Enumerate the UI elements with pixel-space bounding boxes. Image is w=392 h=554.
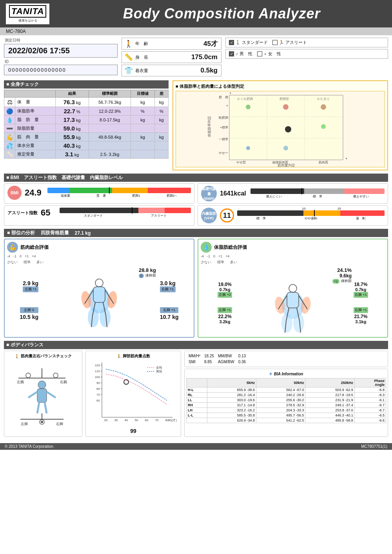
muscle-body-layout: 2.9 kg 左腕 +1 左脚 0 10.5 kg 28.8 kg — [7, 267, 191, 329]
svg-point-73 — [41, 421, 43, 423]
vfr-bar-track — [237, 210, 385, 216]
bone-result: 3.1 kg — [55, 150, 89, 159]
col-diff: 差 — [154, 90, 168, 98]
bmr-seg-3 — [344, 188, 385, 194]
mm-bw-row-2: SMI 8.85 AGM/BW 0.36 — [187, 359, 247, 364]
vfr-label-3: 過 剰 — [356, 216, 365, 221]
water-result: 40.3 kg — [55, 141, 89, 150]
zenshin-title: ■ 全身チェック — [4, 80, 169, 89]
right-leg-label: 右脚 +1 — [160, 307, 178, 313]
female-option: ♀ 女 性 — [257, 51, 281, 57]
bmr-seg-1 — [250, 188, 304, 194]
athlete-inner: アスリート指数 65 — [7, 208, 191, 218]
bia-col-seg — [187, 378, 207, 387]
fat-scale-0: 0 — [213, 254, 215, 258]
table-row: 💦 体水分量 40.3 kg — [4, 141, 169, 150]
fat-scale-plus1: +1 — [218, 254, 222, 258]
fat-trunk-rating: +1 — [332, 279, 339, 284]
skeletal-label: 四肢骨格筋量 — [41, 230, 69, 236]
bmi-seg-2 — [69, 188, 112, 193]
athlete-bar-area: スタンダード アスリート — [60, 208, 191, 218]
bmi-marker — [109, 187, 110, 194]
info-block-right: ✓ 🚶 スタンダード 🏃 アスリート ✓ ♂ 男 性 ♀ — [225, 38, 388, 78]
fat-eval-icon: 💧 — [201, 242, 212, 253]
male-checkbox[interactable]: ✓ — [229, 51, 234, 56]
fat-pct-target: % — [131, 107, 155, 116]
svg-text:110: 110 — [95, 369, 100, 373]
svg-text:肥満型: 肥満型 — [279, 97, 289, 101]
bia-area: MM/H² 18.25 MM/BW 0.13 SMI 8.85 AGM/BW 0… — [184, 351, 388, 437]
bone-diff — [154, 150, 168, 159]
svg-text:60: 60 — [96, 399, 100, 402]
standard-checkbox[interactable]: ✓ — [229, 40, 234, 45]
athlete-seg-1 — [60, 208, 138, 213]
skeletal-value: 27.1 kg — [75, 230, 91, 236]
lean-icon: ➖ — [4, 124, 15, 133]
muscle-range: 49.8-58.4kg — [89, 133, 131, 141]
fat-trunk-kg: 9.6kg — [232, 273, 354, 279]
fat-pct-diff: % — [154, 107, 168, 116]
body-type-section: ■ 体脂肪率と筋肉量による体型判定 — [172, 80, 388, 170]
athlete-checkbox[interactable] — [272, 40, 278, 45]
female-icon: ♀ — [263, 52, 267, 56]
table-row: 🦴 推定骨量 3.1 kg 2.5- 3.2kg — [4, 150, 169, 159]
bone-name: 推定骨量 — [15, 150, 56, 159]
svg-text:70: 70 — [96, 393, 100, 396]
body-type-svg: 体脂肪率判定 筋肉量判定 肥 満 + 軽肥満 +標準 一標準 やせー やせ型 細… — [176, 91, 385, 167]
svg-text:80: 80 — [96, 387, 100, 391]
muscle-right-leg: 右脚 +1 10.7 kg — [160, 307, 178, 320]
muscle-scale-mid: 標準 — [24, 260, 31, 265]
fat-mass-target: kg — [131, 116, 155, 124]
bia-seg-lh: LH — [187, 408, 207, 413]
parts-two-col: 💪 筋肉総合評価 -4 -1 0 +1 +4 少ない 標準 多い — [4, 239, 388, 338]
bia-extra-5: 626.9 -34.8 — [207, 418, 256, 423]
muscle-icon: 💪 — [4, 133, 15, 141]
scale-neg4: -4 — [7, 254, 10, 258]
svg-point-25 — [321, 104, 326, 110]
table-row: 💪 筋 肉 量 55.9 kg 49.8-58.4kg kg kg — [4, 133, 169, 141]
athlete-icon: 🏃 — [279, 40, 284, 45]
water-name: 体水分量 — [15, 141, 56, 150]
male-icon: ♂ — [235, 52, 238, 56]
standard-athlete-row: ✓ 🚶 スタンダード 🏃 アスリート — [225, 38, 388, 47]
svg-text:20: 20 — [104, 418, 108, 422]
bia-lh-250: 253.8 -37.0 — [305, 408, 354, 413]
balance-check-title: 🚶 筋肉量左右バランスチェック — [7, 353, 80, 359]
fat-right-arm-rating: +1 — [363, 293, 367, 297]
fat-mass-name: 脂 肪 量 — [15, 116, 56, 124]
bia-rl-250: 217.8 -19.5 — [305, 393, 354, 398]
fat-title-text: 体脂肪総合評価 — [214, 244, 247, 251]
vfr-seg-2 — [303, 210, 340, 216]
svg-text:一標準: 一標準 — [219, 138, 228, 141]
fat-eval-box: 💧 体脂肪総合評価 -4 -1 0 +1 +4 少ない 標準 多い — [198, 239, 388, 338]
age-value: 45才 — [148, 39, 218, 48]
bmi-value: 24.9 — [25, 188, 44, 198]
trunk-label: 体幹部 — [145, 273, 156, 278]
lean-target — [131, 124, 155, 133]
water-icon: 💦 — [4, 141, 15, 150]
svg-point-24 — [283, 104, 289, 110]
female-checkbox[interactable] — [257, 51, 262, 56]
balance-row: 🚶 筋肉量左右バランスチェック — [4, 351, 388, 437]
fat-scale-plus4: +4 — [225, 254, 229, 258]
bone-icon: 🦴 — [4, 150, 15, 159]
gender-row: ✓ ♂ 男 性 ♀ 女 性 — [225, 49, 388, 59]
bia-extra-250: 485.8 -58.8 — [305, 418, 354, 423]
lean-name: 除脂肪量 — [15, 124, 56, 133]
muscle-right-arm: 3.0 kg 右腕 +1 — [160, 280, 176, 292]
col-result: 結果 — [55, 90, 89, 98]
svg-text:120: 120 — [95, 364, 100, 367]
bmr-value: 1641kcal — [220, 190, 247, 197]
bmr-marker — [301, 188, 302, 194]
weight-name: 体 重 — [15, 98, 56, 107]
bia-row-ll2: L-L 585.5 -35.8 495.7 -56.5 446.3 -40.1 … — [187, 413, 386, 418]
standard-option: ✓ 🚶 スタンダード — [229, 40, 268, 45]
bmi-circle: BMI — [7, 186, 22, 200]
athlete-bar — [60, 208, 191, 213]
logo-tanita: TANITA — [9, 5, 46, 18]
bia-seg-ll2: L-L — [187, 413, 207, 418]
id-value: 0000000000000000 — [4, 65, 118, 75]
bia-seg-ll: LL — [187, 398, 207, 403]
model-row: MC-780A — [0, 27, 392, 35]
water-range — [89, 141, 131, 150]
